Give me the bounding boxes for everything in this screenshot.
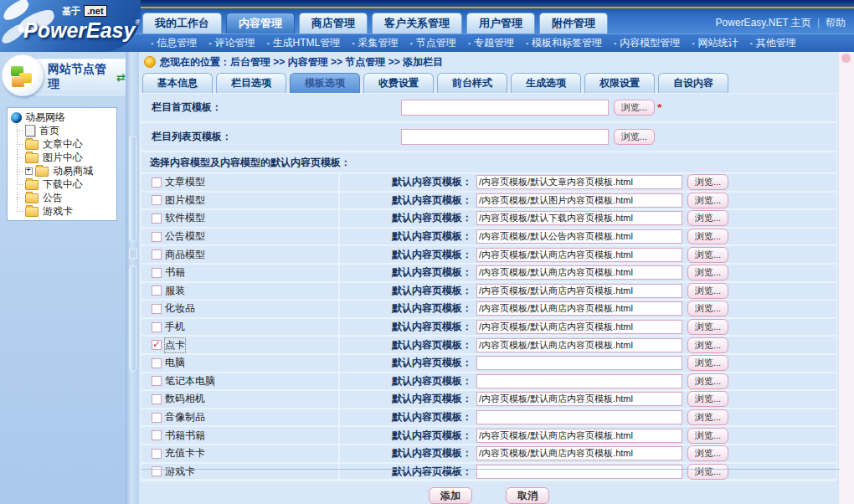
browse-button[interactable]: 浏览... <box>687 283 728 299</box>
model-checkbox[interactable] <box>152 304 162 314</box>
tree-node[interactable]: 文章中心 <box>17 137 116 151</box>
sub-nav-item[interactable]: 网站统计 <box>692 36 738 50</box>
model-name[interactable]: 书籍 <box>165 265 185 280</box>
model-template-input[interactable] <box>476 229 682 244</box>
model-template-input[interactable] <box>476 301 682 316</box>
browse-button[interactable]: 浏览... <box>687 464 728 480</box>
model-template-input[interactable] <box>476 284 682 298</box>
cancel-button[interactable]: 取消 <box>506 487 549 504</box>
model-template-input[interactable] <box>476 175 682 189</box>
header-nav-tab[interactable]: 附件管理 <box>539 13 608 33</box>
browse-button[interactable]: 浏览... <box>687 210 728 226</box>
model-name[interactable]: 书籍书籍 <box>165 429 205 443</box>
model-name[interactable]: 笔记本电脑 <box>165 374 215 388</box>
browse-button[interactable]: 浏览... <box>687 428 728 444</box>
refresh-icon[interactable]: ⇄ <box>116 71 126 84</box>
model-name[interactable]: 数码相机 <box>165 392 205 406</box>
model-name[interactable]: 游戏卡 <box>165 465 195 479</box>
sub-nav-item[interactable]: 专题管理 <box>468 36 514 50</box>
splitter-handle[interactable] <box>129 265 136 372</box>
right-scroll-strip[interactable] <box>839 52 854 504</box>
model-template-input[interactable] <box>476 320 682 334</box>
model-name[interactable]: 商品模型 <box>165 248 205 262</box>
header-nav-tab[interactable]: 商店管理 <box>299 13 368 33</box>
header-nav-tab[interactable]: 内容管理 <box>226 13 295 33</box>
browse-button[interactable]: 浏览... <box>687 337 728 353</box>
model-checkbox[interactable] <box>152 376 162 386</box>
model-checkbox[interactable] <box>152 213 162 224</box>
model-name[interactable]: 公告模型 <box>165 229 205 244</box>
content-tab[interactable]: 自设内容 <box>658 73 728 93</box>
content-tab[interactable]: 权限设置 <box>584 73 655 93</box>
content-tab[interactable]: 栏目选项 <box>216 73 286 93</box>
model-checkbox[interactable] <box>152 232 162 242</box>
header-nav-tab[interactable]: 客户关系管理 <box>372 13 462 33</box>
template-path-input[interactable] <box>401 100 609 116</box>
browse-button[interactable]: 浏览... <box>687 355 728 371</box>
content-tab[interactable]: 生成选项 <box>511 73 581 93</box>
scroll-dot[interactable] <box>841 54 851 63</box>
tree-node[interactable]: 下载中心 <box>17 177 116 191</box>
sub-nav-item[interactable]: 内容模型管理 <box>614 36 680 50</box>
model-name[interactable]: 充值卡卡 <box>165 446 205 460</box>
model-template-input[interactable] <box>476 410 682 424</box>
model-checkbox[interactable] <box>152 177 162 188</box>
model-checkbox[interactable] <box>152 268 162 278</box>
model-name[interactable]: 电脑 <box>165 356 185 370</box>
tree-node[interactable]: 图片中心 <box>17 151 116 164</box>
model-name[interactable]: 服装 <box>165 284 185 298</box>
browse-button[interactable]: 浏览... <box>614 129 655 145</box>
browse-button[interactable]: 浏览... <box>687 445 728 461</box>
tree-node[interactable]: 动易商城 <box>17 164 116 177</box>
content-tab[interactable]: 前台样式 <box>437 73 507 93</box>
model-checkbox[interactable] <box>152 430 162 440</box>
splitter-collapse-knob[interactable] <box>129 249 137 259</box>
model-template-input[interactable] <box>476 248 682 262</box>
model-checkbox[interactable] <box>152 340 162 350</box>
sub-nav-item[interactable]: 其他管理 <box>750 36 796 50</box>
model-name[interactable]: 图片模型 <box>165 193 205 208</box>
model-template-input[interactable] <box>476 265 682 280</box>
browse-button[interactable]: 浏览... <box>687 193 728 208</box>
sub-nav-item[interactable]: 模板和标签管理 <box>526 36 602 50</box>
model-template-input[interactable] <box>476 211 682 225</box>
header-nav-tab[interactable]: 用户管理 <box>466 13 535 33</box>
content-tab[interactable]: 模板选项 <box>290 73 360 93</box>
sub-nav-item[interactable]: 节点管理 <box>409 36 455 50</box>
content-tab[interactable]: 收费设置 <box>363 73 434 93</box>
model-name[interactable]: 点卡 <box>165 338 185 352</box>
sub-nav-item[interactable]: 生成HTML管理 <box>266 36 340 50</box>
model-template-input[interactable] <box>476 446 682 460</box>
model-template-input[interactable] <box>476 429 682 443</box>
model-checkbox[interactable] <box>152 358 162 368</box>
content-tab[interactable]: 基本信息 <box>142 73 213 93</box>
browse-button[interactable]: 浏览... <box>614 100 655 116</box>
model-name[interactable]: 音像制品 <box>165 410 205 424</box>
model-template-input[interactable] <box>476 392 682 406</box>
model-name[interactable]: 软件模型 <box>165 211 205 225</box>
model-template-input[interactable] <box>476 374 682 388</box>
browse-button[interactable]: 浏览... <box>687 265 728 280</box>
sub-nav-item[interactable]: 信息管理 <box>151 36 197 50</box>
model-checkbox[interactable] <box>152 394 162 404</box>
home-link[interactable]: PowerEasy.NET 主页 <box>716 17 811 28</box>
model-checkbox[interactable] <box>152 413 162 423</box>
tree-root-node[interactable]: 动易网络 <box>11 111 116 124</box>
sub-nav-item[interactable]: 评论管理 <box>208 36 255 50</box>
model-template-input[interactable] <box>476 465 682 479</box>
browse-button[interactable]: 浏览... <box>687 391 728 407</box>
browse-button[interactable]: 浏览... <box>687 319 728 335</box>
browse-button[interactable]: 浏览... <box>687 229 728 244</box>
browse-button[interactable]: 浏览... <box>687 247 728 263</box>
splitter-handle[interactable] <box>129 136 136 242</box>
browse-button[interactable]: 浏览... <box>687 409 728 425</box>
tree-node[interactable]: 游戏卡 <box>17 204 116 218</box>
model-checkbox[interactable] <box>152 249 162 260</box>
sidebar-splitter[interactable] <box>126 52 139 504</box>
model-checkbox[interactable] <box>152 449 162 459</box>
model-checkbox[interactable] <box>152 195 162 205</box>
tree-node[interactable]: 首页 <box>17 124 116 137</box>
model-template-input[interactable] <box>476 338 682 352</box>
model-name[interactable]: 文章模型 <box>165 175 205 189</box>
browse-button[interactable]: 浏览... <box>687 301 728 316</box>
